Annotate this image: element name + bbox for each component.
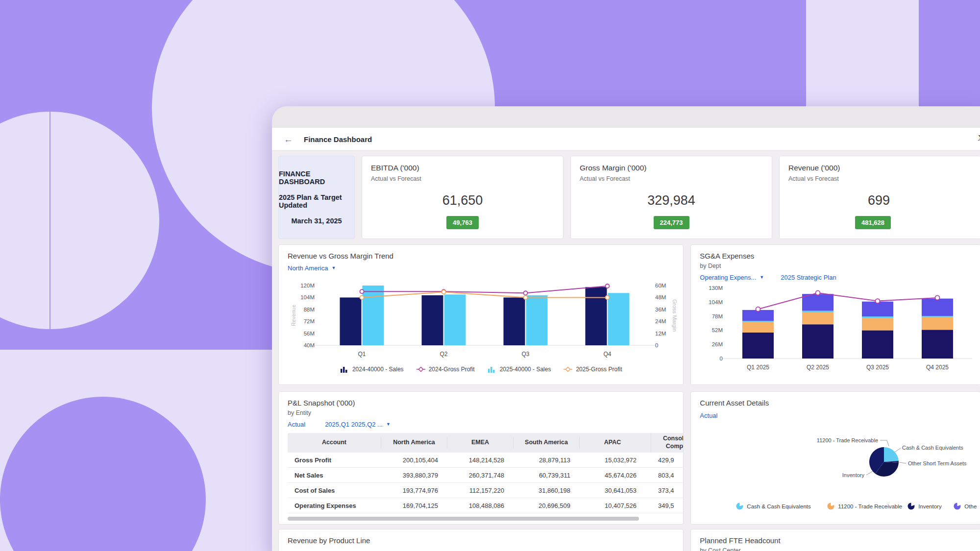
value-cell: 169,704,125 xyxy=(381,502,447,509)
pie-slice-icon xyxy=(736,503,743,510)
pie-slice-icon xyxy=(827,503,834,510)
table-row: Cost of Sales193,774,976112,157,22031,86… xyxy=(288,483,684,498)
svg-text:Q3 2025: Q3 2025 xyxy=(866,364,889,371)
legend-label: 2024-40000 - Sales xyxy=(352,366,404,373)
legend-label: Othe xyxy=(964,503,977,509)
svg-text:24M: 24M xyxy=(655,318,666,324)
legend-item[interactable]: 2024-40000 - Sales xyxy=(340,366,404,373)
horizontal-scrollbar xyxy=(288,517,678,521)
column-header: Consolidated Companies xyxy=(651,433,684,452)
pie-chart-legend: Cash & Cash Equivalents11200 - Trade Rec… xyxy=(700,503,972,512)
kpi-title: Gross Margin ('000) xyxy=(580,164,763,172)
scenario-filter-link[interactable]: Actual xyxy=(700,412,717,419)
plan-filter-link[interactable]: 2025 Strategic Plan xyxy=(781,274,836,281)
window-top-strip xyxy=(272,106,980,128)
pie-slice-icon xyxy=(954,503,961,510)
panel-sga-expenses: SG&A Expenses by Dept Operating Expens..… xyxy=(690,244,980,385)
trend-chart-legend: 2024-40000 - Sales2024-Gross Profit2025-… xyxy=(288,366,674,373)
legend-item[interactable]: 2025-Gross Profit xyxy=(564,366,622,373)
value-cell: 31,860,198 xyxy=(513,487,579,494)
legend-item[interactable]: 2024-Gross Profit xyxy=(416,366,475,373)
value-cell: 15,032,972 xyxy=(579,456,645,464)
kpi-subtitle: Actual vs Forecast xyxy=(371,175,554,182)
panel-title: Revenue vs Gross Margin Trend xyxy=(288,252,674,260)
value-cell: 10,407,526 xyxy=(579,502,645,509)
corner-logo: Xs xyxy=(978,134,980,144)
legend-item[interactable]: 2025-40000 - Sales xyxy=(488,366,551,373)
column-header: South America xyxy=(513,437,579,449)
svg-text:Q2 2025: Q2 2025 xyxy=(807,364,829,371)
legend-item[interactable]: Cash & Cash Equivalents xyxy=(736,503,810,510)
value-cell: 393,880,379 xyxy=(381,472,447,479)
svg-text:60M: 60M xyxy=(655,283,666,288)
panel-subtitle: by Cost Center xyxy=(700,547,972,551)
kpi-subtitle: Actual vs Forecast xyxy=(580,175,763,182)
page-title: Finance Dashboard xyxy=(304,135,372,144)
svg-text:78M: 78M xyxy=(712,313,723,319)
svg-text:130M: 130M xyxy=(709,285,723,291)
svg-text:72M: 72M xyxy=(304,318,315,324)
column-header: APAC xyxy=(579,437,645,449)
legend-item[interactable]: Inventory xyxy=(907,503,941,510)
svg-text:88M: 88M xyxy=(304,307,315,312)
account-cell: Net Sales xyxy=(288,472,381,479)
account-cell: Operating Expenses xyxy=(288,502,381,509)
kpi-card-gross-margin: Gross Margin ('000) Actual vs Forecast 3… xyxy=(570,156,772,239)
svg-text:52M: 52M xyxy=(712,327,723,333)
caret-down-icon: ▼ xyxy=(331,266,336,270)
svg-text:Inventory: Inventory xyxy=(842,472,865,478)
svg-text:Other Short Term Assets: Other Short Term Assets xyxy=(908,460,967,466)
value-cell: 60,739,311 xyxy=(513,472,579,479)
account-filter-dropdown[interactable]: Operating Expens...▼ xyxy=(700,274,764,281)
legend-label: 2025-Gross Profit xyxy=(576,366,622,373)
summary-card: FINANCE DASHBOARD 2025 Plan & Target Upd… xyxy=(278,156,355,239)
legend-item[interactable]: Othe xyxy=(954,503,977,510)
table-row: Operating Expenses169,704,125108,488,086… xyxy=(288,498,684,513)
kpi-forecast-badge: 481,628 xyxy=(855,216,891,229)
svg-text:Q3: Q3 xyxy=(521,351,529,358)
kpi-value: 61,650 xyxy=(371,193,554,208)
column-header: North America xyxy=(381,437,447,449)
legend-item[interactable]: 11200 - Trade Receivable xyxy=(827,503,902,510)
value-cell: 260,371,748 xyxy=(447,472,513,479)
panel-title: P&L Snapshot ('000) xyxy=(288,399,674,407)
svg-text:48M: 48M xyxy=(655,294,666,300)
sga-chart: 026M52M78M104M130MQ1 2025Q2 2025Q3 2025Q… xyxy=(700,281,975,377)
screen: ← Finance Dashboard Xs FINANCE DASHBOARD… xyxy=(0,0,980,551)
legend-label: 2024-Gross Profit xyxy=(429,366,475,373)
dashboard-content: FINANCE DASHBOARD 2025 Plan & Target Upd… xyxy=(272,151,980,551)
scenario-filter-link[interactable]: Actual xyxy=(288,421,305,428)
line-series-icon xyxy=(564,366,572,373)
region-filter-dropdown[interactable]: North America▼ xyxy=(288,264,336,272)
legend-label: Cash & Cash Equivalents xyxy=(747,503,810,509)
panel-title: Revenue by Product Line xyxy=(288,536,674,545)
table-header-row: AccountNorth AmericaEMEASouth AmericaAPA… xyxy=(288,433,684,453)
value-cell: 148,214,528 xyxy=(447,456,513,464)
svg-text:Revenue: Revenue xyxy=(291,305,296,326)
svg-text:0: 0 xyxy=(720,356,723,361)
period-filter-dropdown[interactable]: 2025,Q1 2025,Q2 ...▼ xyxy=(325,421,391,428)
value-cell: 30,641,053 xyxy=(579,487,645,494)
svg-text:Q4 2025: Q4 2025 xyxy=(926,364,949,371)
legend-label: 2025-40000 - Sales xyxy=(500,366,551,373)
value-cell: 112,157,220 xyxy=(447,487,513,494)
summary-line-1: FINANCE DASHBOARD xyxy=(279,170,354,186)
horizontal-scrollbar-thumb[interactable] xyxy=(288,517,639,521)
panel-title: Planned FTE Headcount xyxy=(700,536,972,545)
bg-rect-decoration xyxy=(806,0,919,108)
kpi-title: Revenue ('000) xyxy=(788,164,972,172)
back-arrow-icon[interactable]: ← xyxy=(284,135,293,144)
kpi-card-ebitda: EBITDA ('000) Actual vs Forecast 61,650 … xyxy=(362,156,564,239)
value-cell: 373,4 xyxy=(645,487,684,494)
panel-subtitle: by Entity xyxy=(288,409,674,416)
value-cell: 28,879,113 xyxy=(513,456,579,464)
account-cell: Gross Profit xyxy=(288,456,381,464)
svg-text:104M: 104M xyxy=(300,294,315,300)
svg-text:104M: 104M xyxy=(709,299,723,305)
summary-line-2: 2025 Plan & Target Updated xyxy=(279,193,354,209)
kpi-forecast-badge: 224,773 xyxy=(654,216,689,229)
caret-down-icon: ▼ xyxy=(386,422,391,427)
value-cell: 108,488,086 xyxy=(447,502,513,509)
column-header: EMEA xyxy=(447,437,513,449)
bar-series-icon xyxy=(488,366,496,373)
